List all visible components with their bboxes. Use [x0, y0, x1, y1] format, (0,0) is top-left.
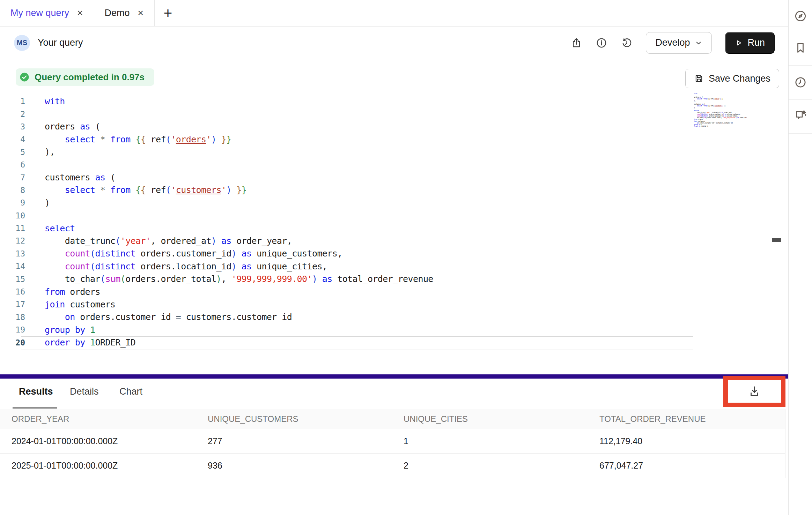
- run-label: Run: [747, 37, 765, 48]
- code-editor[interactable]: 1with23orders as (4 select * from {{ ref…: [0, 95, 771, 349]
- develop-label: Develop: [655, 37, 690, 48]
- ai-chat-icon[interactable]: [794, 109, 807, 122]
- code-text: join customers: [45, 299, 115, 309]
- code-text: select * from {{ ref('orders') }}: [45, 134, 231, 144]
- save-icon: [694, 74, 704, 83]
- line-number: 10: [0, 211, 25, 220]
- code-line-4[interactable]: 4 select * from {{ ref('orders') }}: [0, 133, 771, 145]
- table-cell: 2: [404, 461, 599, 471]
- code-line-5[interactable]: 5),: [0, 146, 771, 158]
- query-header: MS Your query Develop Run: [0, 27, 788, 59]
- code-text: ): [45, 198, 50, 208]
- line-number: 5: [0, 148, 25, 157]
- save-changes-button[interactable]: Save Changes: [685, 69, 779, 88]
- new-tab-button[interactable]: +: [155, 0, 181, 26]
- tab-chart[interactable]: Chart: [119, 386, 142, 397]
- code-line-3[interactable]: 3orders as (: [0, 120, 771, 133]
- line-number: 15: [0, 275, 25, 284]
- rail-divider: [789, 65, 812, 66]
- status-text: Query completed in 0.97s: [35, 72, 145, 83]
- code-text: select: [45, 223, 75, 233]
- table-body: 2024-01-01T00:00:00.000Z2771112,179.4020…: [0, 429, 785, 478]
- history-icon[interactable]: [621, 37, 633, 49]
- code-line-9[interactable]: 9): [0, 196, 771, 209]
- code-line-14[interactable]: 14 count(distinct orders.location_id) as…: [0, 260, 771, 273]
- code-text: orders as (: [45, 121, 100, 132]
- line-number: 4: [0, 135, 25, 144]
- line-number: 7: [0, 173, 25, 182]
- bookmark-icon[interactable]: [794, 41, 807, 54]
- develop-dropdown[interactable]: Develop: [646, 32, 712, 54]
- code-text: customers as (: [45, 172, 115, 182]
- code-line-15[interactable]: 15 to_char(sum(orders.order_total), '999…: [0, 273, 771, 285]
- sql-editor-area: Query completed in 0.97s Save Changes 1w…: [0, 59, 788, 374]
- results-tabbar: Results Details Chart: [0, 379, 788, 409]
- table-cell: 936: [208, 461, 404, 471]
- line-number: 18: [0, 313, 25, 322]
- share-icon[interactable]: [570, 37, 582, 49]
- line-number: 6: [0, 160, 25, 169]
- line-number: 11: [0, 224, 25, 233]
- code-text: with: [45, 96, 65, 106]
- code-line-18[interactable]: 18 on orders.customer_id = customers.cus…: [0, 311, 771, 323]
- table-cell: 2025-01-01T00:00:00.000Z: [12, 461, 208, 471]
- save-label: Save Changes: [709, 73, 770, 84]
- code-line-20[interactable]: 20order by 1ORDER_ID: [0, 336, 771, 349]
- tab-demo[interactable]: Demo ✕: [94, 0, 155, 26]
- table-cell: 2024-01-01T00:00:00.000Z: [12, 436, 208, 446]
- code-line-13[interactable]: 13 count(distinct orders.customer_id) as…: [0, 247, 771, 260]
- line-number: 3: [0, 122, 25, 131]
- code-line-7[interactable]: 7customers as (: [0, 171, 771, 184]
- run-button[interactable]: Run: [725, 32, 775, 54]
- header-actions: Develop Run: [570, 32, 775, 54]
- code-text: order by 1ORDER_ID: [45, 337, 135, 348]
- minimap[interactable]: withorders as ( select * from {{ ref('or…: [694, 93, 746, 127]
- clock-icon[interactable]: [794, 76, 807, 89]
- tab-my-new-query[interactable]: My new query ✕: [0, 0, 94, 26]
- table-cell: 112,179.40: [599, 436, 785, 446]
- column-header: ORDER_YEAR: [12, 414, 208, 424]
- code-line-11[interactable]: 11select: [0, 222, 771, 234]
- code-line-10[interactable]: 10: [0, 209, 771, 222]
- download-annotation-box: [723, 376, 785, 407]
- code-line-2[interactable]: 2: [0, 107, 771, 120]
- close-icon[interactable]: ✕: [138, 9, 144, 17]
- code-text: on orders.customer_id = customers.custom…: [45, 312, 292, 322]
- avatar: MS: [14, 35, 30, 51]
- code-line-19[interactable]: 19group by 1: [0, 323, 771, 336]
- column-header: TOTAL_ORDER_REVENUE: [599, 414, 785, 424]
- results-table: ORDER_YEARUNIQUE_CUSTOMERSUNIQUE_CITIEST…: [0, 409, 785, 478]
- column-header: UNIQUE_CUSTOMERS: [208, 414, 404, 424]
- close-icon[interactable]: ✕: [77, 9, 83, 17]
- table-cell: 277: [208, 436, 404, 446]
- code-text: ),: [45, 147, 55, 157]
- code-line-1[interactable]: 1with: [0, 95, 771, 107]
- line-number: 19: [0, 325, 25, 334]
- code-text: count(distinct orders.location_id) as un…: [45, 261, 327, 271]
- line-number: 16: [0, 287, 25, 296]
- code-text: date_trunc('year', ordered_at) as order_…: [45, 236, 292, 246]
- line-number: 20: [0, 338, 25, 347]
- line-number: 13: [0, 249, 25, 258]
- code-line-6[interactable]: 6: [0, 158, 771, 171]
- table-row[interactable]: 2024-01-01T00:00:00.000Z2771112,179.40: [0, 429, 785, 454]
- compass-icon[interactable]: [794, 9, 807, 23]
- rail-divider: [789, 133, 812, 134]
- code-line-16[interactable]: 16from orders: [0, 285, 771, 298]
- code-line-8[interactable]: 8 select * from {{ ref('customers') }}: [0, 184, 771, 196]
- line-number: 17: [0, 300, 25, 309]
- table-row[interactable]: 2025-01-01T00:00:00.000Z9362677,047.27: [0, 454, 785, 478]
- table-cell: 677,047.27: [599, 461, 785, 471]
- download-icon[interactable]: [748, 385, 761, 398]
- code-text: to_char(sum(orders.order_total), '999,99…: [45, 274, 433, 284]
- table-header-row: ORDER_YEARUNIQUE_CUSTOMERSUNIQUE_CITIEST…: [0, 409, 785, 429]
- info-icon[interactable]: [596, 37, 607, 49]
- tab-details[interactable]: Details: [70, 386, 99, 397]
- tab-results[interactable]: Results: [19, 386, 53, 397]
- code-line-17[interactable]: 17join customers: [0, 298, 771, 311]
- code-line-12[interactable]: 12 date_trunc('year', ordered_at) as ord…: [0, 234, 771, 247]
- panel-splitter[interactable]: [0, 374, 788, 379]
- play-icon: [735, 39, 743, 47]
- scrollbar-thumb[interactable]: [772, 238, 781, 242]
- code-text: select * from {{ ref('customers') }}: [45, 185, 246, 195]
